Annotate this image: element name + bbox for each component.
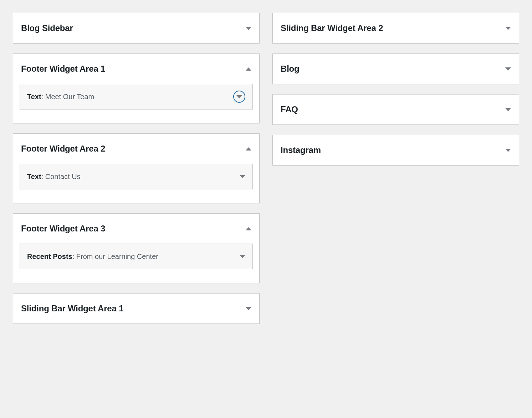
chevron-down-icon xyxy=(505,108,511,111)
widget-area-toggle[interactable]: Blog xyxy=(273,54,519,84)
widget-item-label: Text: Meet Our Team xyxy=(27,93,94,101)
chevron-down-icon xyxy=(505,67,511,71)
widget-area-title: Blog Sidebar xyxy=(21,23,73,33)
widget-area-title: Footer Widget Area 1 xyxy=(21,64,105,74)
widget-area-footer-widget-area-1: Footer Widget Area 1Text: Meet Our Team xyxy=(13,53,260,123)
widget-item[interactable]: Recent Posts: From our Learning Center xyxy=(20,244,253,269)
widget-area-faq: FAQ xyxy=(272,94,519,125)
widget-area-toggle[interactable]: Sliding Bar Widget Area 1 xyxy=(13,294,259,323)
chevron-down-icon xyxy=(236,95,242,98)
widget-item-type: Text xyxy=(27,173,41,180)
widget-area-toggle[interactable]: Footer Widget Area 2 xyxy=(13,134,259,164)
widget-area-body: Recent Posts: From our Learning Center xyxy=(13,244,259,283)
widget-area-instagram: Instagram xyxy=(272,135,519,165)
widget-item-name: Contact Us xyxy=(45,173,81,180)
widget-area-toggle[interactable]: Instagram xyxy=(273,135,519,165)
widget-area-title: Sliding Bar Widget Area 2 xyxy=(281,23,383,33)
widget-item-label: Recent Posts: From our Learning Center xyxy=(27,253,158,261)
chevron-up-icon xyxy=(246,67,251,71)
widget-area-toggle[interactable]: Sliding Bar Widget Area 2 xyxy=(273,13,519,43)
widget-item-separator: : xyxy=(41,173,45,180)
widget-area-toggle[interactable]: Blog Sidebar xyxy=(13,13,259,43)
widget-area-title: Blog xyxy=(281,64,300,74)
chevron-up-icon xyxy=(246,227,251,230)
widget-area-title: Sliding Bar Widget Area 1 xyxy=(21,304,123,314)
widget-area-toggle[interactable]: Footer Widget Area 1 xyxy=(13,54,259,84)
chevron-down-icon xyxy=(246,27,251,30)
widget-item-type: Recent Posts xyxy=(27,253,72,260)
chevron-down-icon xyxy=(505,27,511,30)
widget-area-toggle[interactable]: FAQ xyxy=(273,95,519,124)
widget-area-title: Instagram xyxy=(281,145,321,155)
widget-item-name: Meet Our Team xyxy=(45,93,94,101)
widget-area-body: Text: Contact Us xyxy=(13,164,259,203)
widget-area-sliding-bar-widget-area-1: Sliding Bar Widget Area 1 xyxy=(13,293,260,324)
widget-area-footer-widget-area-2: Footer Widget Area 2Text: Contact Us xyxy=(13,133,260,203)
widget-area-title: Footer Widget Area 3 xyxy=(21,224,105,234)
widgets-column-right: Sliding Bar Widget Area 2BlogFAQInstagra… xyxy=(272,13,519,324)
chevron-down-icon xyxy=(240,175,245,178)
widget-item-separator: : xyxy=(41,93,45,101)
widget-item-separator: : xyxy=(72,253,76,260)
widget-area-blog-sidebar: Blog Sidebar xyxy=(13,13,260,44)
widget-item[interactable]: Text: Contact Us xyxy=(20,164,253,189)
widget-item-type: Text xyxy=(27,93,41,101)
widgets-column-left: Blog SidebarFooter Widget Area 1Text: Me… xyxy=(13,13,260,324)
widget-area-title: FAQ xyxy=(281,104,298,114)
widget-item-toggle[interactable] xyxy=(233,91,245,103)
widget-item-label: Text: Contact Us xyxy=(27,173,81,181)
widget-item-name: From our Learning Center xyxy=(76,253,158,260)
widget-area-body: Text: Meet Our Team xyxy=(13,84,259,123)
widget-area-footer-widget-area-3: Footer Widget Area 3Recent Posts: From o… xyxy=(13,213,260,283)
widget-area-sliding-bar-widget-area-2: Sliding Bar Widget Area 2 xyxy=(272,13,519,44)
chevron-down-icon xyxy=(505,149,511,152)
widgets-layout: Blog SidebarFooter Widget Area 1Text: Me… xyxy=(0,0,532,337)
widget-area-toggle[interactable]: Footer Widget Area 3 xyxy=(13,214,259,244)
widget-area-blog: Blog xyxy=(272,53,519,84)
chevron-down-icon xyxy=(246,307,251,310)
widget-item[interactable]: Text: Meet Our Team xyxy=(20,84,253,109)
chevron-down-icon xyxy=(240,255,245,258)
widget-area-title: Footer Widget Area 2 xyxy=(21,144,105,154)
chevron-up-icon xyxy=(246,147,251,151)
